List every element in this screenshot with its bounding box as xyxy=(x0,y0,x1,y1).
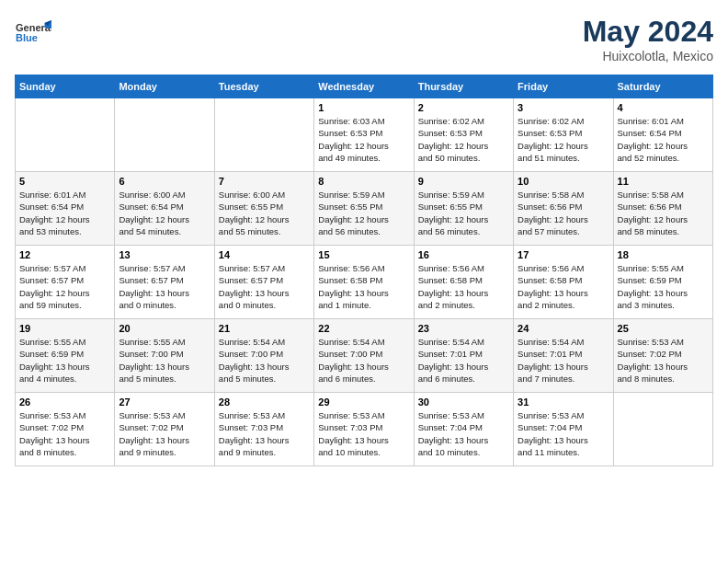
day-info: Sunrise: 6:00 AMSunset: 6:55 PMDaylight:… xyxy=(219,189,310,237)
day-info-line: and 10 minutes. xyxy=(318,447,381,457)
day-info-line: Sunrise: 5:53 AM xyxy=(318,410,384,420)
day-number: 24 xyxy=(518,323,609,334)
calendar-day-cell: 25Sunrise: 5:53 AMSunset: 7:02 PMDayligh… xyxy=(613,319,712,393)
day-info-line: Daylight: 12 hours xyxy=(19,288,90,298)
day-number: 13 xyxy=(119,249,210,260)
calendar-day-cell: 26Sunrise: 5:53 AMSunset: 7:02 PMDayligh… xyxy=(16,393,115,466)
day-info-line: Daylight: 12 hours xyxy=(119,214,189,224)
day-info-line: and 9 minutes. xyxy=(219,447,276,457)
day-info: Sunrise: 5:54 AMSunset: 7:01 PMDaylight:… xyxy=(418,336,509,385)
day-info-line: Sunset: 7:03 PM xyxy=(318,422,382,432)
calendar-day-cell: 30Sunrise: 5:53 AMSunset: 7:04 PMDayligh… xyxy=(414,393,513,466)
day-info-line: Sunset: 6:55 PM xyxy=(418,201,483,212)
day-number: 22 xyxy=(318,323,409,334)
calendar-day-cell: 31Sunrise: 5:53 AMSunset: 7:04 PMDayligh… xyxy=(514,393,613,466)
day-number: 7 xyxy=(219,176,310,187)
calendar-day-cell: 5Sunrise: 6:01 AMSunset: 6:54 PMDaylight… xyxy=(16,172,115,246)
day-info-line: and 59 minutes. xyxy=(19,300,82,310)
day-number: 5 xyxy=(19,176,110,187)
day-info-line: Sunset: 7:01 PM xyxy=(518,349,582,359)
day-info-line: Daylight: 13 hours xyxy=(19,435,90,445)
day-info: Sunrise: 5:55 AMSunset: 6:59 PMDaylight:… xyxy=(19,336,110,385)
day-info-line: Daylight: 12 hours xyxy=(618,214,688,224)
logo: General Blue xyxy=(15,15,51,52)
day-info-line: Sunset: 6:58 PM xyxy=(418,275,483,285)
calendar-day-cell xyxy=(115,98,214,172)
day-info-line: and 3 minutes. xyxy=(618,300,675,310)
calendar-day-cell: 11Sunrise: 5:58 AMSunset: 6:56 PMDayligh… xyxy=(613,172,712,246)
calendar-day-cell: 18Sunrise: 5:55 AMSunset: 6:59 PMDayligh… xyxy=(613,246,712,319)
day-info-line: Daylight: 13 hours xyxy=(318,288,389,298)
weekday-header: Sunday xyxy=(16,75,115,98)
calendar-week-row: 5Sunrise: 6:01 AMSunset: 6:54 PMDaylight… xyxy=(16,172,713,246)
day-number: 1 xyxy=(318,102,409,113)
weekday-header: Friday xyxy=(514,75,613,98)
day-info-line: and 5 minutes. xyxy=(119,373,176,384)
day-info-line: Sunrise: 5:57 AM xyxy=(119,263,185,273)
calendar-day-cell xyxy=(613,393,712,466)
day-info-line: Sunrise: 5:54 AM xyxy=(418,337,484,347)
calendar-day-cell: 6Sunrise: 6:00 AMSunset: 6:54 PMDaylight… xyxy=(115,172,214,246)
day-info-line: Daylight: 12 hours xyxy=(518,214,588,224)
day-info-line: and 2 minutes. xyxy=(418,300,475,310)
day-info-line: Sunrise: 5:53 AM xyxy=(618,337,684,347)
day-info-line: and 51 minutes. xyxy=(518,153,580,163)
day-info-line: Sunrise: 6:00 AM xyxy=(119,190,185,200)
day-info-line: Daylight: 12 hours xyxy=(418,214,489,224)
day-info-line: and 53 minutes. xyxy=(19,226,82,236)
day-info-line: Sunset: 6:54 PM xyxy=(618,128,682,138)
calendar-day-cell: 23Sunrise: 5:54 AMSunset: 7:01 PMDayligh… xyxy=(414,319,513,393)
day-info-line: Sunset: 6:53 PM xyxy=(318,128,382,138)
day-number: 11 xyxy=(618,176,709,187)
day-info-line: Sunrise: 6:00 AM xyxy=(219,190,285,200)
day-info-line: and 6 minutes. xyxy=(418,373,475,384)
day-number: 3 xyxy=(518,102,609,113)
logo-bird-icon: General Blue xyxy=(15,15,51,52)
day-number: 25 xyxy=(618,323,709,334)
day-info-line: Sunset: 6:55 PM xyxy=(219,201,283,212)
day-info-line: Daylight: 13 hours xyxy=(518,362,588,372)
svg-text:Blue: Blue xyxy=(16,32,38,43)
day-info-line: Sunset: 7:03 PM xyxy=(219,422,283,432)
calendar-day-cell: 21Sunrise: 5:54 AMSunset: 7:00 PMDayligh… xyxy=(214,319,313,393)
calendar-day-cell: 13Sunrise: 5:57 AMSunset: 6:57 PMDayligh… xyxy=(115,246,214,319)
calendar-day-cell: 19Sunrise: 5:55 AMSunset: 6:59 PMDayligh… xyxy=(16,319,115,393)
day-info-line: and 10 minutes. xyxy=(418,447,481,457)
day-info-line: Sunrise: 5:53 AM xyxy=(518,410,584,420)
calendar-day-cell: 14Sunrise: 5:57 AMSunset: 6:57 PMDayligh… xyxy=(214,246,313,319)
day-info-line: Sunset: 6:56 PM xyxy=(518,201,582,212)
day-info-line: Daylight: 12 hours xyxy=(19,214,90,224)
day-info-line: Sunrise: 5:54 AM xyxy=(318,337,384,347)
day-info-line: Sunset: 6:53 PM xyxy=(418,128,483,138)
calendar-week-row: 1Sunrise: 6:03 AMSunset: 6:53 PMDaylight… xyxy=(16,98,713,172)
day-info-line: Sunrise: 5:55 AM xyxy=(618,263,684,273)
day-info-line: and 52 minutes. xyxy=(618,153,680,163)
day-number: 20 xyxy=(119,323,210,334)
day-info-line: Daylight: 13 hours xyxy=(618,288,688,298)
day-info-line: and 56 minutes. xyxy=(418,226,481,236)
day-info-line: Sunrise: 5:59 AM xyxy=(318,190,384,200)
weekday-header: Monday xyxy=(115,75,214,98)
day-info-line: Daylight: 13 hours xyxy=(418,362,489,372)
day-number: 4 xyxy=(618,102,709,113)
day-number: 15 xyxy=(318,249,409,260)
day-info-line: Daylight: 12 hours xyxy=(418,141,489,151)
day-info-line: Sunset: 6:59 PM xyxy=(618,275,682,285)
day-info: Sunrise: 5:57 AMSunset: 6:57 PMDaylight:… xyxy=(19,262,110,311)
weekday-header: Saturday xyxy=(613,75,712,98)
day-number: 31 xyxy=(518,396,609,408)
weekday-header: Tuesday xyxy=(214,75,313,98)
day-number: 14 xyxy=(219,249,310,260)
day-info-line: Daylight: 13 hours xyxy=(618,362,688,372)
day-info: Sunrise: 5:59 AMSunset: 6:55 PMDaylight:… xyxy=(318,189,409,237)
day-info-line: and 5 minutes. xyxy=(219,373,276,384)
month-title: May 2024 xyxy=(583,15,713,49)
day-info-line: Daylight: 13 hours xyxy=(219,288,290,298)
day-info-line: Sunset: 7:00 PM xyxy=(219,349,283,359)
location-title: Huixcolotla, Mexico xyxy=(583,49,713,63)
day-info-line: Sunrise: 5:56 AM xyxy=(418,263,484,273)
day-number: 30 xyxy=(418,396,509,408)
calendar-day-cell xyxy=(16,98,115,172)
day-info-line: and 9 minutes. xyxy=(119,447,176,457)
day-info-line: Sunrise: 5:53 AM xyxy=(418,410,484,420)
